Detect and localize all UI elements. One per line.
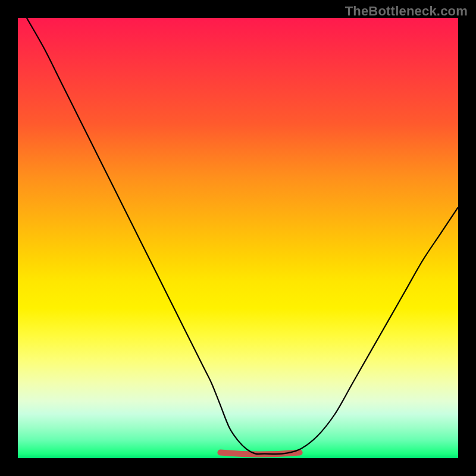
curve-svg [18, 18, 458, 458]
watermark-text: TheBottleneck.com [345, 4, 468, 19]
bottleneck-curve [27, 18, 458, 454]
chart-frame: TheBottleneck.com [0, 0, 476, 476]
plot-area [18, 18, 458, 458]
